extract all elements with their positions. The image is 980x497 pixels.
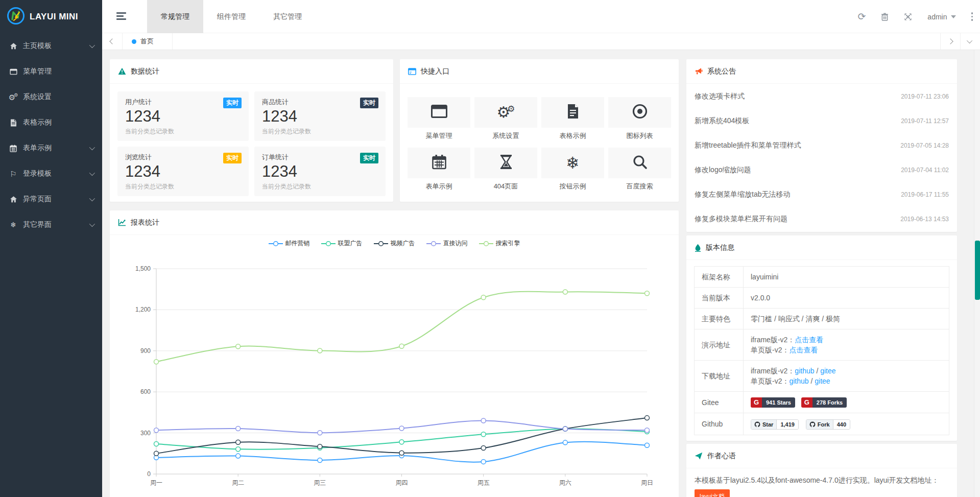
sidebar-item-home-template[interactable]: 主页模板 [0, 33, 102, 59]
calendar-icon [432, 154, 446, 172]
notice-date: 2019-07-11 23:06 [901, 93, 949, 100]
download-github-link[interactable]: github [795, 367, 814, 375]
demo-iframe-link[interactable]: 点击查看 [795, 336, 823, 344]
quick-item-system-settings[interactable]: ⚙⚙ 系统设置 [474, 97, 537, 139]
author-message-body: 本模板基于layui2.5.4以及font-awesome-4.7.0进行实现。… [686, 468, 957, 497]
chart-legend: 邮件营销联盟广告视频广告直接访问搜索引擎 [110, 239, 679, 248]
sidebar-item-login-template[interactable]: ⚐ 登录模板 [0, 161, 102, 186]
table-row: Gitee G941 Stars G278 Forks [695, 392, 949, 413]
stat-value: 1234 [125, 107, 241, 126]
megaphone-icon [695, 67, 703, 75]
github-octocat-icon [809, 421, 816, 428]
report-chart: 03006009001,2001,500周一周二周三周四周五周六周日 [110, 235, 679, 497]
flag-icon: ⚐ [9, 170, 18, 178]
gitee-forks-badge[interactable]: G278 Forks [801, 397, 847, 408]
data-statistics-panel: 数据统计 用户统计 1234 当前分类总记录数 实时 商品统计 1234 当前分… [110, 59, 393, 202]
quick-item-icon-list[interactable]: 图标列表 [608, 97, 671, 139]
more-menu-icon[interactable] [971, 12, 973, 21]
quick-item-baidu-search[interactable]: 百度搜索 [608, 148, 671, 190]
status-badge: 实时 [223, 153, 242, 163]
legend-marker-icon [479, 241, 493, 247]
quick-item-form-demo[interactable]: 表单示例 [408, 148, 470, 190]
legend-label: 搜索引擎 [496, 239, 520, 248]
download-github-link[interactable]: github [789, 377, 808, 385]
chevron-right-icon [947, 38, 953, 44]
hourglass-icon [499, 154, 513, 172]
report-statistics-panel: 报表统计 邮件营销联盟广告视频广告直接访问搜索引擎 03006009001,20… [110, 210, 679, 497]
tab-operations-button[interactable] [960, 33, 980, 50]
sidebar-item-error-pages[interactable]: 异常页面 [0, 186, 102, 212]
quick-item-404-page[interactable]: 404页面 [474, 148, 537, 190]
dot-circle-icon [632, 104, 648, 121]
chevron-down-icon [89, 42, 95, 48]
notice-text: 修复左侧菜单缩放tab无法移动 [695, 190, 790, 199]
notice-date: 2019-06-17 11:55 [901, 191, 949, 198]
tab-scroll-right-button[interactable] [940, 33, 960, 50]
tab-home[interactable]: 首页 [123, 33, 173, 50]
refresh-icon[interactable]: ⟳ [857, 11, 866, 22]
vertical-scrollbar [974, 50, 980, 497]
panel-header: 系统公告 [686, 59, 957, 84]
file-icon [9, 119, 18, 127]
legend-item[interactable]: 邮件营销 [269, 239, 310, 248]
list-item: 新增treetable插件和菜单管理样式 2019-07-05 14:28 [695, 133, 949, 158]
snowflake-icon: ❄ [566, 155, 580, 171]
tab-scroll-left-button[interactable] [102, 33, 123, 50]
demo-onepage-link[interactable]: 点击查看 [789, 346, 818, 354]
stat-card-views: 浏览统计 1234 当前分类总记录数 实时 [117, 147, 249, 196]
stat-caption: 当前分类总记录数 [262, 182, 378, 191]
download-gitee-link[interactable]: gitee [820, 367, 835, 375]
sidebar-item-menu-manage[interactable]: 菜单管理 [0, 59, 102, 84]
user-dropdown[interactable]: admin [927, 13, 955, 21]
layui-doc-badge[interactable]: layui文档 [695, 489, 730, 497]
notice-date: 2019-07-05 14:28 [900, 142, 949, 149]
legend-item[interactable]: 联盟广告 [321, 239, 363, 248]
quick-item-menu-manage[interactable]: 菜单管理 [408, 97, 470, 139]
chevron-down-icon [89, 221, 95, 227]
list-item: 修改logo缩放问题 2019-07-04 11:02 [695, 158, 949, 182]
panel-title: 版本信息 [706, 243, 734, 252]
collapse-menu-icon[interactable] [116, 12, 126, 20]
sidebar-item-table-demo[interactable]: 表格示例 [0, 110, 102, 135]
table-row: 主要特色 零门槛 / 响应式 / 清爽 / 极简 [695, 309, 949, 329]
row-value: G941 Stars G278 Forks [744, 392, 949, 413]
legend-item[interactable]: 直接访问 [426, 239, 468, 248]
notice-text: 修改选项卡样式 [695, 92, 745, 101]
legend-marker-icon [269, 241, 283, 247]
trash-icon[interactable] [881, 13, 889, 21]
legend-label: 视频广告 [391, 239, 415, 248]
search-icon [632, 154, 648, 172]
logo-icon [7, 7, 25, 27]
stat-caption: 当前分类总记录数 [125, 182, 241, 191]
fullscreen-icon[interactable] [904, 13, 912, 21]
sidebar-item-label: 登录模板 [23, 169, 52, 178]
stat-card-users: 用户统计 1234 当前分类总记录数 实时 [117, 91, 249, 141]
row-label: 框架名称 [695, 267, 744, 288]
sidebar-item-form-demo[interactable]: 表单示例 [0, 135, 102, 161]
list-item: 修复多模块菜单栏展开有问题 2019-06-13 14:53 [695, 207, 949, 231]
quick-item-table-demo[interactable]: 表格示例 [541, 97, 604, 139]
tab-bar-controls [940, 33, 980, 50]
topnav-item-components[interactable]: 组件管理 [203, 0, 259, 33]
topnav-item-general[interactable]: 常规管理 [147, 0, 203, 33]
gitee-stars-badge[interactable]: G941 Stars [751, 397, 795, 408]
scrollbar-thumb[interactable] [975, 241, 980, 300]
quick-item-button-demo[interactable]: ❄ 按钮示例 [541, 148, 604, 190]
notice-date: 2019-07-04 11:02 [901, 167, 949, 174]
home-icon [9, 196, 18, 203]
github-fork-button[interactable]: Fork 440 [806, 419, 850, 430]
fire-icon [695, 244, 701, 252]
table-row: 当前版本 v2.0.0 [695, 288, 949, 309]
github-star-button[interactable]: Star 1,419 [751, 419, 799, 430]
logo-title: LAYUI MINI [30, 12, 78, 22]
topnav-item-other[interactable]: 其它管理 [259, 0, 316, 33]
download-gitee-link[interactable]: gitee [815, 377, 830, 385]
row-label: 演示地址 [695, 329, 744, 361]
svg-text:600: 600 [140, 388, 151, 395]
sidebar-item-label: 系统设置 [23, 92, 52, 102]
sidebar-item-system-settings[interactable]: ⚙⚙ 系统设置 [0, 84, 102, 110]
sidebar-item-other-ui[interactable]: ❄ 其它界面 [0, 212, 102, 238]
stat-value: 1234 [262, 107, 378, 126]
legend-item[interactable]: 搜索引擎 [479, 239, 520, 248]
legend-item[interactable]: 视频广告 [374, 239, 415, 248]
